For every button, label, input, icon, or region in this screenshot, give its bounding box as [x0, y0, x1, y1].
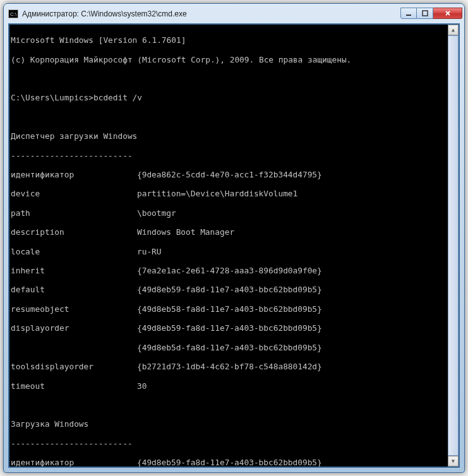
cmd-icon: C:\	[8, 9, 18, 18]
section-title: Загрузка Windows	[11, 419, 459, 429]
version-line: Microsoft Windows [Version 6.1.7601]	[11, 35, 459, 45]
copyright-line: (с) Корпорация Майкрософт (Microsoft Cor…	[11, 55, 459, 64]
scroll-up-button[interactable]: ▲	[448, 25, 459, 35]
scroll-down-button[interactable]: ▼	[448, 456, 459, 467]
prompt-line: C:\Users\Lumpics>bcdedit /v	[11, 93, 459, 102]
divider: -------------------------	[11, 151, 459, 160]
window-controls	[400, 8, 462, 19]
close-button[interactable]	[433, 8, 462, 19]
divider: -------------------------	[11, 439, 459, 448]
console-output[interactable]: Microsoft Windows [Version 6.1.7601] (с)…	[8, 23, 460, 468]
section-title: Диспетчер загрузки Windows	[11, 131, 459, 141]
cmd-window: C:\ Администратор: C:\Windows\system32\c…	[3, 3, 465, 473]
maximize-button[interactable]	[417, 8, 433, 19]
svg-rect-0	[406, 15, 411, 16]
scrollbar[interactable]: ▲ ▼	[448, 25, 459, 467]
titlebar[interactable]: C:\ Администратор: C:\Windows\system32\c…	[4, 4, 464, 23]
minimize-button[interactable]	[400, 8, 417, 19]
window-title: Администратор: C:\Windows\system32\cmd.e…	[22, 9, 397, 18]
scroll-thumb[interactable]	[448, 35, 459, 456]
svg-rect-1	[423, 11, 428, 16]
